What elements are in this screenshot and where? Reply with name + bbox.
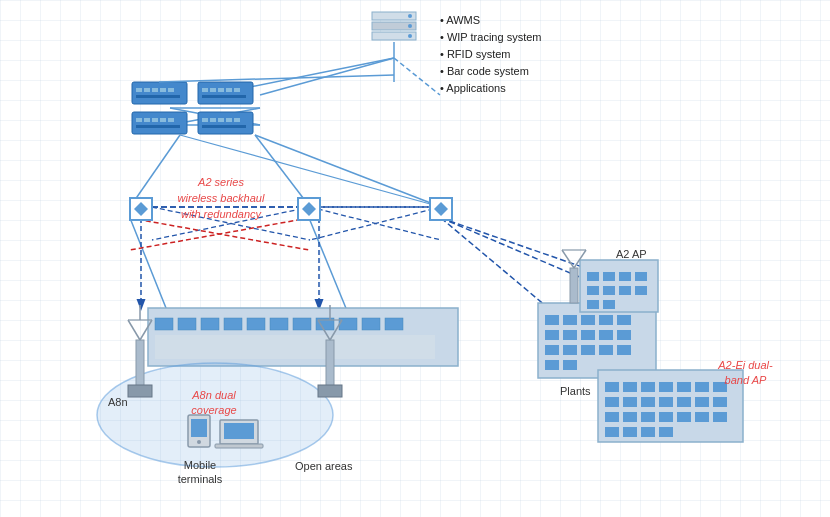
a2-ei-label: A2-Ei dual- band AP (698, 358, 793, 388)
app-list-item-barcode: Bar code system (440, 63, 541, 80)
plants-label: Plants (560, 385, 591, 397)
a2-series-label: A2 series wireless backhaul with redunda… (152, 175, 290, 223)
a8n-label: A8n (108, 396, 128, 408)
app-list: AWMS WIP tracing system RFID system Bar … (440, 12, 541, 97)
app-list-item-rfid: RFID system (440, 46, 541, 63)
a2-ap-label: A2 AP (616, 248, 647, 260)
diagram-container: AWMS WIP tracing system RFID system Bar … (0, 0, 830, 517)
app-list-item-awms: AWMS (440, 12, 541, 29)
app-list-item-applications: Applications (440, 80, 541, 97)
open-areas-label: Open areas (295, 460, 352, 472)
grid-background (0, 0, 830, 517)
mobile-terminals-label: Mobile terminals (165, 458, 235, 487)
app-list-item-wip: WIP tracing system (440, 29, 541, 46)
a8n-dual-coverage-label: A8n dual coverage (164, 388, 264, 419)
